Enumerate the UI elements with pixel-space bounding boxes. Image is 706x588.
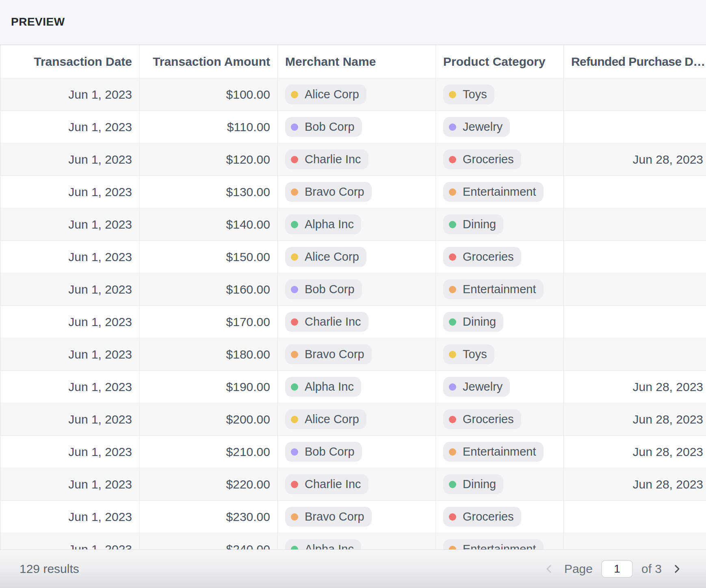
merchant-name-label: Bravo Corp (305, 185, 364, 199)
cell-merchant-name: Bravo Corp (278, 338, 436, 371)
previous-page-button[interactable] (543, 562, 556, 575)
merchant-name-pill: Charlie Inc (285, 312, 368, 332)
red-dot-icon (449, 156, 456, 163)
cell-transaction-date: Jun 1, 2023 (0, 403, 140, 436)
yellow-dot-icon (291, 253, 298, 261)
cell-transaction-amount: $120.00 (140, 143, 278, 176)
cell-transaction-date: Jun 1, 2023 (0, 501, 140, 533)
preview-band: PREVIEW (0, 0, 706, 45)
cell-refunded-purchase-date (564, 533, 706, 549)
product-category-label: Toys (463, 88, 487, 101)
merchant-name-label: Alpha Inc (305, 218, 354, 231)
cell-product-category: Jewelry (436, 371, 564, 403)
cell-refunded-purchase-date: Jun 28, 2023 (564, 371, 706, 403)
cell-refunded-purchase-date: Jun 28, 2023 (564, 143, 706, 176)
cell-product-category: Groceries (436, 403, 564, 436)
red-dot-icon (291, 481, 298, 488)
merchant-name-label: Alpha Inc (305, 543, 354, 549)
cell-refunded-purchase-date (564, 501, 706, 533)
cell-merchant-name: Bob Corp (278, 111, 436, 143)
cell-product-category: Dining (436, 468, 564, 501)
cell-transaction-amount: $130.00 (140, 176, 278, 208)
product-category-pill: Toys (443, 344, 494, 364)
table-row: Jun 1, 2023$100.00Alice CorpToys (0, 78, 706, 111)
table-footer: 129 results Page of 3 (0, 549, 706, 588)
red-dot-icon (449, 513, 456, 521)
cell-transaction-amount: $150.00 (140, 241, 278, 273)
product-category-label: Entertainment (463, 543, 536, 549)
merchant-name-label: Bravo Corp (305, 348, 364, 361)
cell-transaction-amount: $220.00 (140, 468, 278, 501)
merchant-name-label: Bravo Corp (305, 510, 364, 523)
merchant-name-pill: Alpha Inc (285, 377, 361, 397)
yellow-dot-icon (449, 91, 456, 98)
cell-transaction-date: Jun 1, 2023 (0, 111, 140, 143)
cell-transaction-date: Jun 1, 2023 (0, 371, 140, 403)
merchant-name-label: Charlie Inc (305, 153, 361, 166)
cell-refunded-purchase-date (564, 273, 706, 306)
merchant-name-pill: Charlie Inc (285, 474, 368, 494)
cell-transaction-date: Jun 1, 2023 (0, 338, 140, 371)
product-category-label: Toys (463, 348, 487, 361)
merchant-name-pill: Charlie Inc (285, 149, 368, 169)
product-category-pill: Groceries (443, 149, 521, 169)
cell-transaction-date: Jun 1, 2023 (0, 208, 140, 241)
cell-merchant-name: Bravo Corp (278, 176, 436, 208)
cell-transaction-amount: $230.00 (140, 501, 278, 533)
product-category-label: Entertainment (463, 283, 536, 296)
cell-refunded-purchase-date: Jun 28, 2023 (564, 468, 706, 501)
cell-product-category: Dining (436, 306, 564, 338)
cell-merchant-name: Alpha Inc (278, 371, 436, 403)
product-category-pill: Groceries (443, 507, 521, 527)
cell-transaction-amount: $160.00 (140, 273, 278, 306)
cell-refunded-purchase-date: Jun 28, 2023 (564, 436, 706, 468)
cell-product-category: Groceries (436, 501, 564, 533)
yellow-dot-icon (449, 351, 456, 358)
red-dot-icon (291, 318, 298, 326)
cell-product-category: Toys (436, 338, 564, 371)
cell-merchant-name: Alpha Inc (278, 208, 436, 241)
merchant-name-label: Charlie Inc (305, 478, 361, 491)
cell-product-category: Dining (436, 208, 564, 241)
cell-merchant-name: Alice Corp (278, 403, 436, 436)
merchant-name-label: Alice Corp (305, 413, 359, 426)
table-header-row: Transaction DateTransaction AmountMercha… (0, 45, 706, 78)
yellow-dot-icon (291, 416, 298, 423)
green-dot-icon (449, 481, 456, 488)
product-category-pill: Entertainment (443, 279, 544, 299)
orange-dot-icon (449, 286, 456, 293)
table-row: Jun 1, 2023$230.00Bravo CorpGroceries (0, 501, 706, 533)
table-row: Jun 1, 2023$220.00Charlie IncDiningJun 2… (0, 468, 706, 501)
cell-merchant-name: Charlie Inc (278, 468, 436, 501)
cell-transaction-amount: $210.00 (140, 436, 278, 468)
product-category-label: Entertainment (463, 185, 536, 199)
cell-transaction-date: Jun 1, 2023 (0, 78, 140, 111)
cell-merchant-name: Charlie Inc (278, 143, 436, 176)
cell-product-category: Groceries (436, 143, 564, 176)
preview-pane: PREVIEW Transaction DateTransaction Amou… (0, 0, 706, 588)
purple-dot-icon (291, 123, 298, 131)
next-page-button[interactable] (670, 562, 683, 575)
merchant-name-label: Charlie Inc (305, 315, 361, 329)
yellow-dot-icon (291, 91, 298, 98)
table-row: Jun 1, 2023$160.00Bob CorpEntertainment (0, 273, 706, 306)
product-category-pill: Dining (443, 312, 503, 332)
chevron-right-icon (671, 563, 683, 575)
product-category-pill: Entertainment (443, 442, 544, 462)
product-category-label: Groceries (463, 250, 514, 264)
cell-transaction-date: Jun 1, 2023 (0, 176, 140, 208)
merchant-name-pill: Alice Corp (285, 247, 366, 267)
product-category-label: Groceries (463, 510, 514, 523)
product-category-label: Jewelry (463, 120, 502, 134)
cell-transaction-amount: $190.00 (140, 371, 278, 403)
table-body: Jun 1, 2023$100.00Alice CorpToysJun 1, 2… (0, 78, 706, 549)
cell-transaction-amount: $100.00 (140, 78, 278, 111)
merchant-name-label: Bob Corp (305, 120, 355, 134)
cell-refunded-purchase-date (564, 338, 706, 371)
product-category-pill: Dining (443, 474, 503, 494)
merchant-name-pill: Alpha Inc (285, 539, 361, 549)
red-dot-icon (291, 156, 298, 163)
page-number-input[interactable] (601, 560, 633, 578)
cell-refunded-purchase-date (564, 176, 706, 208)
cell-merchant-name: Bravo Corp (278, 501, 436, 533)
